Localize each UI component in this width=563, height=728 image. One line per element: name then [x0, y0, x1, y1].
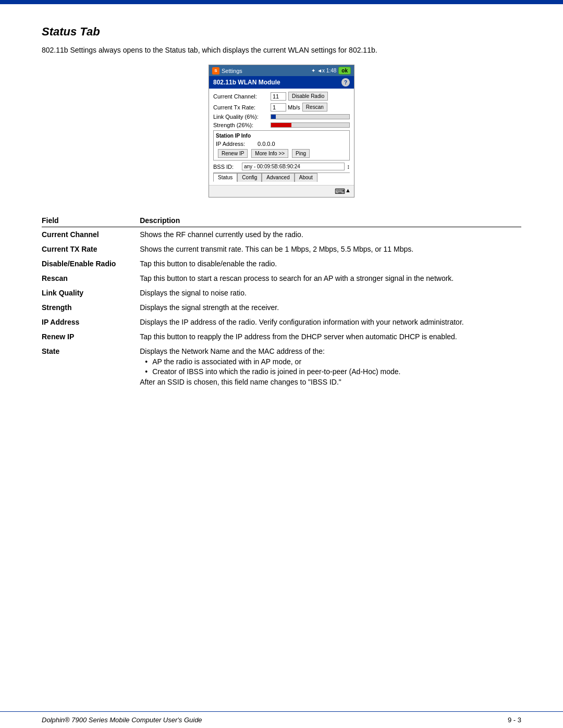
table-cell-description: Tap this button to start a rescan proces…	[140, 271, 521, 286]
current-tx-rate-input[interactable]	[271, 103, 286, 112]
table-cell-description: Displays the IP address of the radio. Ve…	[140, 315, 521, 329]
device-titlebar-left: S Settings	[212, 67, 242, 75]
device-help-icon[interactable]: ?	[341, 78, 350, 87]
bss-id-input[interactable]	[242, 163, 345, 170]
table-row: Link QualityDisplays the signal to noise…	[42, 286, 521, 300]
link-quality-row: Link Quality (6%):	[213, 114, 350, 120]
device-ok-button[interactable]: ok	[338, 67, 351, 75]
tab-config[interactable]: Config	[237, 173, 262, 182]
table-row: IP AddressDisplays the IP address of the…	[42, 315, 521, 329]
table-cell-description: Shows the RF channel currently used by t…	[140, 227, 521, 242]
table-cell-description: Displays the signal strength at the rece…	[140, 300, 521, 315]
bullet-item: Creator of IBSS into which the radio is …	[145, 367, 516, 376]
table-cell-field: Strength	[42, 300, 140, 315]
current-channel-label: Current Channel:	[213, 93, 271, 100]
table-cell-description: Shows the current transmit rate. This ca…	[140, 242, 521, 256]
tx-rate-unit: Mb/s	[288, 104, 300, 110]
footer-title: Dolphin® 7900 Series Mobile Computer Use…	[42, 716, 202, 724]
link-quality-label: Link Quality (6%):	[213, 114, 271, 120]
keyboard-icon: ⌨	[335, 187, 345, 195]
station-ip-box: Station IP Info IP Address: 0.0.0.0 Rene…	[213, 130, 350, 161]
device-titlebar-right: ✦ ◄x 1:48 ok	[311, 67, 351, 75]
link-quality-fill	[271, 115, 276, 119]
device-screen: S Settings ✦ ◄x 1:48 ok 802.11b WLAN Mod…	[209, 65, 354, 198]
table-header-row: Field Description	[42, 213, 521, 227]
table-row: Disable/Enable RadioTap this button to d…	[42, 256, 521, 271]
device-header: 802.11b WLAN Module ?	[209, 76, 354, 89]
bss-id-label: BSS ID:	[213, 164, 242, 170]
ip-address-label: IP Address:	[216, 141, 258, 147]
device-bottom-bar: ⌨ ▲	[209, 185, 354, 197]
strength-row: Strength (26%):	[213, 122, 350, 128]
tab-about[interactable]: About	[295, 173, 317, 182]
table-row: Current TX RateShows the current transmi…	[42, 242, 521, 256]
current-tx-rate-label: Current Tx Rate:	[213, 104, 271, 110]
table-cell-field: Renew IP	[42, 329, 140, 344]
table-cell-field: Disable/Enable Radio	[42, 256, 140, 271]
footer-bar: Dolphin® 7900 Series Mobile Computer Use…	[0, 711, 563, 728]
section-title: Status Tab	[42, 25, 521, 39]
description-table: Field Description Current ChannelShows t…	[42, 213, 521, 389]
arrow-icon: ▲	[345, 187, 351, 195]
after-bullets-text: After an SSID is chosen, this field name…	[140, 378, 516, 386]
ping-button[interactable]: Ping	[292, 149, 310, 158]
tab-status[interactable]: Status	[213, 173, 237, 182]
column-header-description: Description	[140, 213, 521, 227]
table-cell-field: Rescan	[42, 271, 140, 286]
ip-address-row: IP Address: 0.0.0.0	[216, 141, 347, 147]
renew-ip-button[interactable]: Renew IP	[218, 149, 248, 158]
strength-label: Strength (26%):	[213, 122, 271, 128]
table-row: StrengthDisplays the signal strength at …	[42, 300, 521, 315]
current-channel-row: Current Channel: Disable Radio	[213, 92, 350, 101]
ip-buttons: Renew IP More Info >> Ping	[216, 149, 347, 158]
bss-sort-icon: ↕	[347, 163, 350, 170]
bullet-list: AP the radio is associated with in AP mo…	[145, 357, 516, 376]
column-header-field: Field	[42, 213, 140, 227]
link-quality-bar	[271, 114, 350, 119]
station-ip-title: Station IP Info	[216, 133, 347, 139]
table-cell-field: Current TX Rate	[42, 242, 140, 256]
table-cell-description: Tap this button to reapply the IP addres…	[140, 329, 521, 344]
table-row: Current ChannelShows the RF channel curr…	[42, 227, 521, 242]
footer-page-number: 9 - 3	[508, 716, 521, 724]
table-cell-description: Displays the Network Name and the MAC ad…	[140, 344, 521, 389]
intro-text: 802.11b Settings always opens to the Sta…	[42, 46, 521, 54]
more-info-button[interactable]: More Info >>	[251, 149, 288, 158]
top-bar	[0, 0, 563, 4]
table-row: StateDisplays the Network Name and the M…	[42, 344, 521, 389]
bullet-item: AP the radio is associated with in AP mo…	[145, 357, 516, 366]
tab-advanced[interactable]: Advanced	[262, 173, 294, 182]
device-status-icons: ✦ ◄x 1:48	[311, 68, 336, 73]
table-row: Renew IPTap this button to reapply the I…	[42, 329, 521, 344]
rescan-button[interactable]: Rescan	[302, 103, 327, 112]
device-app-name: Settings	[222, 68, 242, 74]
device-mockup: S Settings ✦ ◄x 1:48 ok 802.11b WLAN Mod…	[42, 65, 521, 198]
strength-bar	[271, 122, 350, 128]
device-module-title: 802.11b WLAN Module	[213, 79, 280, 86]
device-app-icon: S	[212, 67, 219, 75]
current-tx-rate-row: Current Tx Rate: Mb/s Rescan	[213, 103, 350, 112]
table-cell-field: State	[42, 344, 140, 389]
bss-id-row: BSS ID: ↕	[213, 163, 350, 170]
device-titlebar: S Settings ✦ ◄x 1:48 ok	[209, 65, 354, 76]
table-cell-field: IP Address	[42, 315, 140, 329]
ip-address-value: 0.0.0.0	[258, 141, 275, 147]
table-cell-field: Current Channel	[42, 227, 140, 242]
strength-fill	[271, 123, 291, 127]
device-body: Current Channel: Disable Radio Current T…	[209, 89, 354, 185]
device-tabs: Status Config Advanced About	[213, 172, 350, 182]
disable-radio-button[interactable]: Disable Radio	[288, 92, 328, 101]
table-cell-description: Displays the signal to noise ratio.	[140, 286, 521, 300]
table-cell-description: Tap this button to disable/enable the ra…	[140, 256, 521, 271]
table-cell-field: Link Quality	[42, 286, 140, 300]
table-row: RescanTap this button to start a rescan …	[42, 271, 521, 286]
current-channel-input[interactable]	[271, 92, 286, 101]
